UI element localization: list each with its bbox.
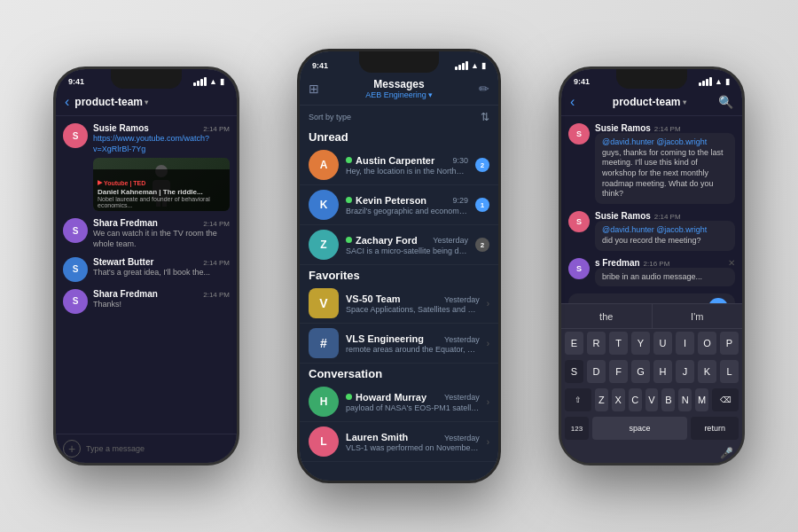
wifi-icon: ▲ — [471, 61, 479, 70]
channel-name[interactable]: product-team ▾ — [613, 96, 686, 108]
msg-time: 2:16 PM — [644, 260, 670, 268]
online-indicator — [346, 237, 352, 243]
compose-area: reat! I'll listening and... ▶ — [561, 290, 742, 303]
avatar: Z — [309, 230, 339, 260]
channel-name[interactable]: product-team ▾ — [74, 96, 148, 108]
msg-time: 2:14 PM — [203, 220, 230, 228]
key-k[interactable]: K — [698, 360, 716, 383]
sort-label: Sort by type — [309, 113, 351, 121]
delete-key[interactable]: ⌫ — [712, 388, 739, 411]
key-d[interactable]: D — [587, 360, 606, 383]
key-row-3: ⇧ Z X C V B N M ⌫ — [561, 386, 742, 414]
list-item: S Shara Fredman 2:14 PM Thanks! — [56, 286, 237, 317]
list-item[interactable]: Z Zachary Ford Yesterday SACI is a micro… — [300, 225, 498, 265]
avatar: V — [309, 288, 339, 318]
video-caption: ▶ Youtube | TED Daniel Kahneman | The ri… — [93, 169, 230, 211]
shift-key[interactable]: ⇧ — [565, 388, 591, 411]
key-x[interactable]: X — [612, 388, 625, 411]
message-input[interactable]: Type a message — [86, 444, 230, 453]
key-o[interactable]: O — [698, 332, 716, 355]
bar1 — [699, 82, 701, 86]
list-item: S Stewart Butter 2:14 PM That's a great … — [56, 254, 237, 286]
compose-icon[interactable]: ✏ — [479, 82, 489, 96]
pred-item[interactable]: I'm — [653, 304, 743, 328]
space-key[interactable]: space — [592, 417, 687, 440]
msg-time: Yesterday — [444, 295, 480, 304]
msg-time: 9:30 — [452, 156, 468, 165]
signal-bars — [699, 77, 712, 86]
signal-bars — [455, 61, 468, 70]
key-u[interactable]: U — [653, 332, 672, 355]
key-r[interactable]: R — [587, 332, 606, 355]
list-item[interactable]: V VS-50 Team Yesterday Space Application… — [300, 284, 498, 324]
center-list: Unread A Austin Carpenter 9:30 Hey, the … — [300, 127, 498, 481]
list-item[interactable]: A Austin Carpenter 9:30 Hey, the locatio… — [300, 145, 498, 185]
mention: @jacob.wright — [656, 137, 707, 146]
key-z[interactable]: Z — [595, 388, 608, 411]
search-button[interactable]: 🔍 — [718, 95, 733, 109]
right-status-right: ▲ ▮ — [699, 77, 730, 86]
key-c[interactable]: C — [629, 388, 642, 411]
key-n[interactable]: N — [678, 388, 692, 411]
avatar: S — [63, 218, 88, 243]
msg-time: 2:14 PM — [203, 259, 230, 267]
key-i[interactable]: I — [676, 332, 694, 355]
key-t[interactable]: T — [609, 332, 628, 355]
msg-time: Yesterday — [444, 335, 480, 344]
key-v[interactable]: V — [645, 388, 659, 411]
compose-bubble[interactable]: reat! I'll listening and... ▶ — [568, 293, 735, 303]
list-item[interactable]: # VLS Engineering Yesterday remote areas… — [300, 324, 498, 364]
bar3 — [200, 79, 203, 86]
center-phone: 9:41 ▲ ▮ ⊞ Messages — [297, 49, 501, 483]
online-indicator — [346, 394, 352, 400]
msg-body: Shara Fredman 2:14 PM Thanks! — [93, 289, 230, 314]
video-preview[interactable]: ▶ Youtube | TED Daniel Kahneman | The ri… — [93, 158, 230, 211]
sender-name: Zachary Ford — [346, 235, 418, 246]
mic-icon[interactable]: 🎤 — [720, 447, 733, 459]
key-p[interactable]: P — [720, 332, 739, 355]
unread-badge: 2 — [475, 238, 489, 252]
list-item[interactable]: K Kevin Peterson 9:29 Brazil's geographi… — [300, 185, 498, 225]
msg-body: Shara Fredman 2:14 PM We can watch it in… — [93, 218, 230, 249]
sort-icon[interactable]: ⇅ — [481, 111, 489, 123]
key-g[interactable]: G — [631, 360, 650, 383]
back-button[interactable]: ‹ — [65, 94, 69, 110]
list-item[interactable]: H Howard Murray Yesterday payload of NAS… — [300, 382, 498, 422]
sender-name: Shara Fredman — [93, 218, 158, 228]
wifi-icon: ▲ — [715, 77, 723, 86]
key-y[interactable]: Y — [631, 332, 650, 355]
bar2 — [197, 81, 200, 86]
mic-bar: 🎤 — [561, 445, 742, 463]
key-h[interactable]: H — [653, 360, 672, 383]
key-f[interactable]: F — [609, 360, 628, 383]
bar2 — [702, 81, 705, 86]
return-key[interactable]: return — [691, 417, 739, 440]
message-input-bar: + Type a message — [56, 434, 237, 463]
add-attachment-button[interactable]: + — [63, 440, 81, 458]
msg-link[interactable]: https://www.youtube.com/watch?v=XgRlrBl-… — [93, 134, 209, 153]
bar4 — [709, 77, 712, 86]
list-item[interactable]: L Lauren Smith Yesterday VLS-1 was perfo… — [300, 422, 498, 462]
sender-name: Lauren Smith — [346, 432, 408, 442]
key-l[interactable]: L — [720, 360, 739, 383]
key-b[interactable]: B — [661, 388, 675, 411]
left-notch — [111, 69, 182, 89]
key-j[interactable]: J — [676, 360, 694, 383]
back-button[interactable]: ‹ — [570, 94, 575, 110]
filter-icon[interactable]: ⊞ — [309, 82, 319, 96]
numbers-key[interactable]: 123 — [565, 417, 589, 440]
dismiss-button[interactable]: ✕ — [728, 258, 735, 268]
msg-time: 2:14 PM — [654, 125, 681, 133]
list-item: S Susie Ramos 2:14 PM @david.hunter @jac… — [561, 207, 742, 254]
avatar: S — [63, 289, 88, 314]
mention: @jacob.wright — [656, 225, 707, 234]
avatar: K — [309, 190, 339, 220]
chevron-icon: › — [487, 339, 489, 348]
key-m[interactable]: M — [695, 388, 708, 411]
key-s[interactable]: S — [565, 360, 583, 383]
pred-item[interactable]: the — [561, 304, 653, 328]
key-q[interactable]: E — [565, 332, 583, 355]
header-subtitle[interactable]: AEB Engineering ▾ — [365, 90, 433, 99]
msg-time: Yesterday — [433, 236, 468, 245]
avatar: S — [63, 257, 88, 282]
